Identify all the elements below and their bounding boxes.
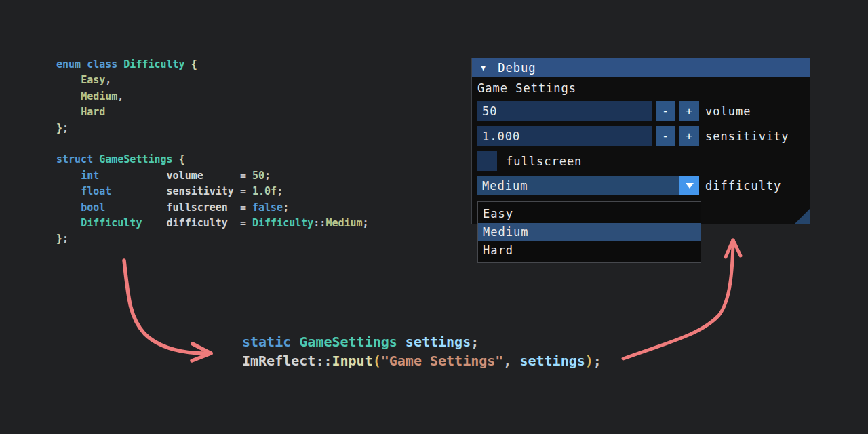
code-token	[105, 201, 166, 214]
collapse-arrow-icon[interactable]: ▼	[481, 64, 486, 72]
code-token: struct	[56, 153, 93, 165]
code-token: ;	[471, 334, 479, 350]
code-token: }	[56, 233, 62, 245]
code-token: Input	[332, 353, 372, 369]
volume-decrement-button[interactable]: -	[656, 101, 675, 121]
code-token: ,	[117, 90, 123, 102]
sensitivity-input[interactable]: 1.000	[477, 126, 652, 146]
code-token: ::	[313, 217, 326, 229]
code-token: {	[191, 58, 197, 71]
code-token	[117, 58, 123, 71]
code-token: ,	[503, 353, 519, 369]
volume-row: 50 - + volume	[477, 101, 804, 121]
code-token: sensitivity	[167, 185, 234, 197]
window-titlebar[interactable]: ▼ Debug	[472, 58, 810, 77]
code-token: ;	[593, 353, 601, 369]
volume-increment-button[interactable]: +	[679, 101, 699, 121]
code-token: ;	[264, 170, 271, 182]
sensitivity-increment-button[interactable]: +	[679, 126, 699, 146]
code-token: static	[242, 334, 291, 350]
code-token	[81, 58, 87, 71]
code-token: enum	[56, 58, 81, 71]
code-token: =	[203, 170, 252, 182]
code-token: 1.0f	[252, 185, 277, 197]
volume-label: volume	[705, 104, 751, 118]
code-token	[397, 334, 406, 350]
game-settings-header: Game Settings	[477, 82, 804, 95]
code-token: bool	[81, 201, 105, 214]
code-token: class	[87, 58, 117, 71]
code-token: Difficulty	[252, 217, 313, 229]
difficulty-popup: EasyMediumHard	[477, 201, 701, 263]
code-token: difficulty	[167, 217, 228, 229]
code-token: =	[234, 185, 252, 197]
arrow-code-to-call	[124, 260, 211, 361]
code-token	[93, 153, 99, 165]
code-token: ;	[62, 122, 68, 134]
code-token: Easy	[81, 74, 105, 86]
code-token: )	[585, 353, 593, 369]
difficulty-option-easy[interactable]: Easy	[478, 205, 701, 223]
code-token: int	[81, 170, 99, 182]
code-token: volume	[167, 170, 203, 182]
resize-grip[interactable]	[795, 209, 810, 224]
code-token: settings	[406, 334, 471, 350]
code-token: }	[56, 122, 62, 134]
sensitivity-row: 1.000 - + sensitivity	[477, 126, 804, 146]
code-token: float	[81, 185, 111, 197]
code-token: Medium	[326, 217, 362, 229]
code-token: Medium	[81, 90, 117, 102]
code-token: {	[179, 153, 185, 165]
code-token: ;	[277, 185, 283, 197]
difficulty-option-hard[interactable]: Hard	[478, 241, 701, 260]
combo-arrow-icon	[686, 183, 694, 189]
code-token: GameSettings	[99, 153, 172, 165]
code-token: settings	[519, 353, 585, 369]
window-title: Debug	[498, 61, 536, 75]
combo-arrow-button[interactable]	[679, 176, 699, 195]
code-token: GameSettings	[299, 334, 397, 350]
code-token: Difficulty	[123, 58, 184, 71]
code-token: ;	[363, 217, 369, 229]
code-token: ,	[105, 74, 111, 86]
sensitivity-decrement-button[interactable]: -	[656, 126, 675, 146]
code-token	[185, 58, 191, 71]
fullscreen-row: fullscreen	[477, 151, 804, 171]
difficulty-label: difficulty	[705, 179, 781, 193]
volume-input[interactable]: 50	[477, 101, 652, 121]
window-content: Game Settings 50 - + volume 1.000 - + se…	[472, 77, 810, 195]
code-token: =	[228, 217, 252, 229]
sensitivity-label: sensitivity	[705, 130, 789, 143]
imreflect-call-code-block: static GameSettings settings;ImReflect::…	[242, 332, 601, 370]
code-token	[291, 334, 299, 350]
code-token: Hard	[81, 106, 105, 118]
code-token: (	[373, 353, 381, 369]
code-token: 50	[252, 170, 264, 182]
code-token	[173, 153, 179, 165]
code-token: ::	[315, 353, 332, 369]
difficulty-combo[interactable]: Medium	[477, 176, 699, 195]
indent-guide	[60, 168, 60, 231]
code-token	[142, 217, 166, 229]
imgui-debug-window: ▼ Debug Game Settings 50 - + volume 1.00…	[471, 58, 810, 224]
code-token: =	[228, 201, 252, 214]
fullscreen-checkbox[interactable]	[477, 151, 497, 171]
code-token: Difficulty	[81, 217, 142, 229]
difficulty-option-medium[interactable]: Medium	[478, 223, 701, 241]
code-token: fullscreen	[167, 201, 228, 214]
code-token: ;	[62, 233, 68, 245]
code-token	[99, 170, 166, 182]
code-token: false	[252, 201, 283, 214]
difficulty-popup-list: EasyMediumHard	[478, 205, 701, 260]
code-token: "Game Settings"	[381, 353, 504, 369]
indent-guide	[60, 73, 60, 120]
fullscreen-label: fullscreen	[506, 155, 582, 168]
enum-struct-code-block: enum class Difficulty { Easy, Medium, Ha…	[56, 57, 369, 248]
code-token: ;	[283, 201, 289, 214]
difficulty-combo-value: Medium	[482, 179, 528, 193]
difficulty-row: Medium difficulty	[477, 176, 804, 195]
code-token: ImReflect	[242, 353, 315, 369]
code-token	[111, 185, 166, 197]
